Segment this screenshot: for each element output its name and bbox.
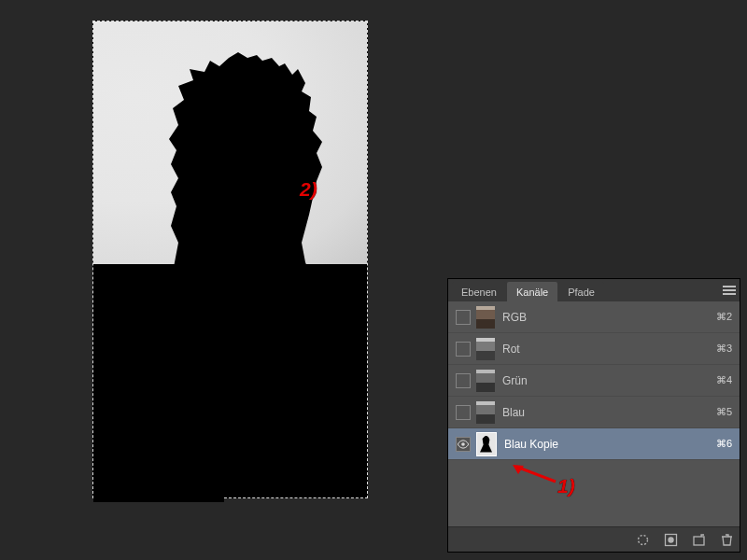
channel-row-r[interactable]: Rot⌘3: [448, 333, 740, 365]
svg-rect-2: [723, 293, 736, 295]
channel-list: RGB⌘2Rot⌘3Grün⌘4Blau⌘5Blau Kopie⌘6: [448, 301, 740, 460]
channel-thumbnail[interactable]: [476, 370, 495, 392]
selection-marquee: [92, 21, 368, 498]
channel-row-rgb[interactable]: RGB⌘2: [448, 301, 740, 333]
channel-thumbnail[interactable]: [476, 338, 495, 360]
channel-name: Rot: [502, 343, 716, 356]
delete-channel-icon[interactable]: [719, 532, 734, 547]
channel-name: RGB: [502, 311, 716, 324]
channel-thumbnail[interactable]: [476, 401, 495, 424]
visibility-toggle[interactable]: [456, 405, 471, 420]
channel-thumbnail[interactable]: [476, 306, 495, 329]
tab-layers[interactable]: Ebenen: [452, 282, 506, 301]
channel-shortcut: ⌘5: [716, 406, 732, 418]
load-selection-icon[interactable]: [635, 532, 650, 547]
visibility-toggle[interactable]: [456, 342, 471, 357]
annotation-1: 1): [557, 476, 575, 496]
visibility-toggle[interactable]: [456, 437, 471, 452]
panel-menu-icon[interactable]: [719, 279, 740, 301]
channel-row-b[interactable]: Blau⌘5: [448, 397, 740, 428]
tab-paths[interactable]: Pfade: [558, 282, 604, 301]
document-canvas[interactable]: [92, 21, 368, 498]
channel-row-g[interactable]: Grün⌘4: [448, 365, 740, 397]
svg-rect-0: [723, 286, 736, 287]
channel-thumbnail[interactable]: [476, 432, 497, 456]
channel-shortcut: ⌘4: [716, 374, 732, 386]
panel-footer: [448, 526, 740, 552]
svg-point-6: [668, 537, 673, 542]
new-channel-icon[interactable]: [691, 532, 706, 547]
channel-shortcut: ⌘3: [716, 343, 732, 355]
annotation-2: 2): [300, 179, 317, 199]
panel-tabs: Ebenen Kanäle Pfade: [448, 279, 740, 301]
svg-point-4: [638, 535, 647, 544]
save-selection-as-channel-icon[interactable]: [663, 532, 678, 547]
svg-rect-1: [723, 289, 736, 291]
svg-point-3: [461, 442, 465, 446]
channel-name: Grün: [502, 374, 716, 387]
visibility-toggle[interactable]: [456, 310, 471, 325]
channel-shortcut: ⌘2: [716, 311, 732, 323]
channel-name: Blau Kopie: [504, 438, 716, 451]
channel-shortcut: ⌘6: [716, 438, 732, 450]
panel-spacer: [448, 460, 740, 525]
visibility-toggle[interactable]: [456, 373, 471, 388]
channel-name: Blau: [502, 406, 716, 419]
channels-panel: Ebenen Kanäle Pfade RGB⌘2Rot⌘3Grün⌘4Blau…: [448, 279, 740, 552]
channel-row-copy[interactable]: Blau Kopie⌘6: [448, 428, 740, 460]
tab-channels[interactable]: Kanäle: [507, 282, 557, 301]
svg-rect-7: [694, 537, 704, 545]
